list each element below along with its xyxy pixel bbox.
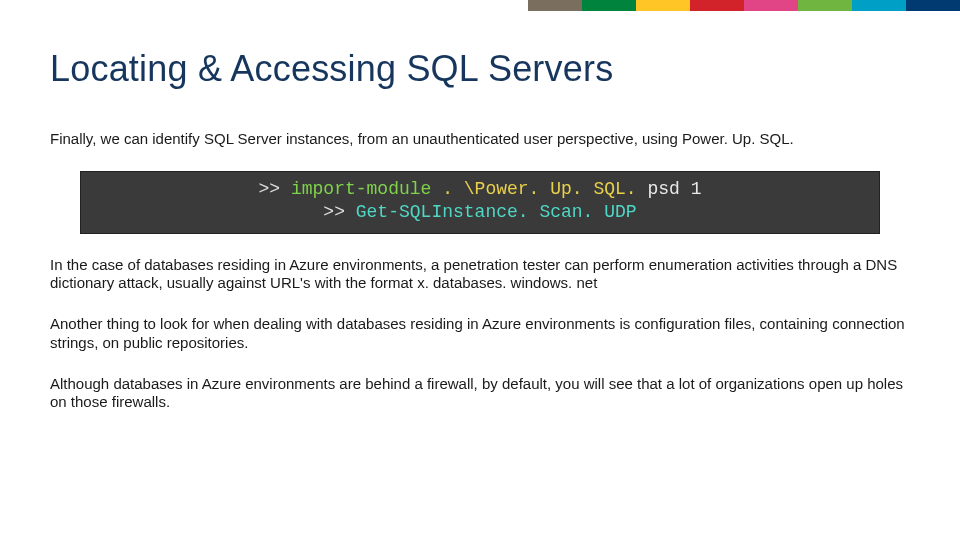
slide: Locating & Accessing SQL Servers Finally… (0, 0, 960, 540)
stripe-segment (906, 0, 960, 11)
paragraph-3: Another thing to look for when dealing w… (50, 315, 910, 353)
code-line-2: >> Get-SQLInstance. Scan. UDP (93, 201, 867, 224)
code-prompt: >> (323, 202, 355, 222)
paragraph-1: Finally, we can identify SQL Server inst… (50, 130, 910, 149)
stripe-segment (528, 0, 582, 11)
stripe-segment (690, 0, 744, 11)
code-block: >> import-module . \Power. Up. SQL. psd … (80, 171, 880, 234)
code-token: psd 1 (647, 179, 701, 199)
stripe-segment (798, 0, 852, 11)
code-line-1: >> import-module . \Power. Up. SQL. psd … (93, 178, 867, 201)
paragraph-2: In the case of databases residing in Azu… (50, 256, 910, 294)
stripe-segment (582, 0, 636, 11)
stripe-segment (852, 0, 906, 11)
slide-body: Finally, we can identify SQL Server inst… (50, 130, 910, 412)
code-prompt: >> (259, 179, 291, 199)
stripe-segment (636, 0, 690, 11)
code-token: Get-SQLInstance. Scan. UDP (356, 202, 637, 222)
code-token: . \Power. Up. SQL. (442, 179, 647, 199)
code-token: import-module (291, 179, 442, 199)
paragraph-4: Although databases in Azure environments… (50, 375, 910, 413)
slide-title: Locating & Accessing SQL Servers (50, 48, 613, 90)
top-color-stripe (528, 0, 960, 11)
stripe-segment (744, 0, 798, 11)
